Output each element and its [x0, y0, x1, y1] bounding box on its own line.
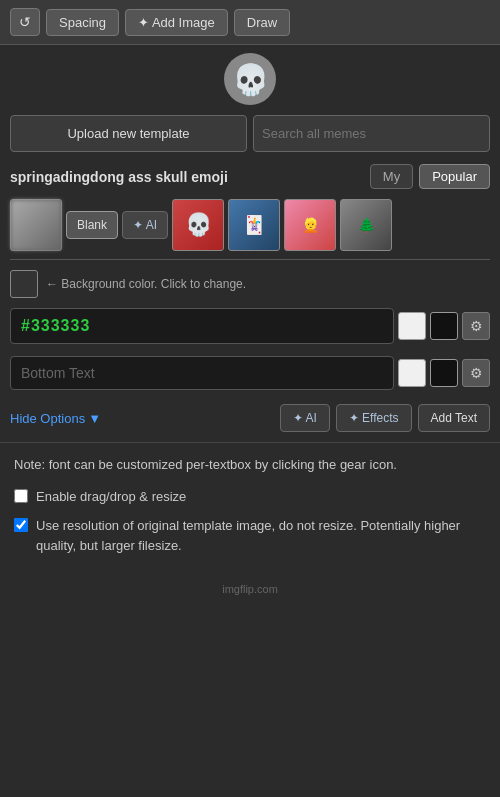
watermark: imgflip.com — [0, 577, 500, 601]
toolbar: ↺ Spacing ✦ Add Image Draw — [0, 0, 500, 45]
top-text-white-color[interactable] — [398, 312, 426, 340]
background-color-swatch[interactable] — [10, 270, 38, 298]
add-text-button[interactable]: Add Text — [418, 404, 490, 432]
top-text-gear-button[interactable]: ⚙ — [462, 312, 490, 340]
checkbox-row-1: Enable drag/drop & resize — [14, 487, 486, 507]
bottom-text-white-color[interactable] — [398, 359, 426, 387]
bottom-text-row: ⚙ — [0, 352, 500, 394]
action-buttons-row: Upload new template — [0, 109, 500, 158]
hide-options-label: Hide Options — [10, 411, 85, 426]
spacing-button[interactable]: Spacing — [46, 9, 119, 36]
rotate-button[interactable]: ↺ — [10, 8, 40, 36]
tab-popular[interactable]: Popular — [419, 164, 490, 189]
hide-options-arrow: ▼ — [88, 411, 101, 426]
ai-options-button[interactable]: ✦ AI — [280, 404, 330, 432]
drag-drop-checkbox[interactable] — [14, 489, 28, 503]
thumbnail-2[interactable]: 🃏 — [228, 199, 280, 251]
template-title: springadingdong ass skull emoji — [10, 169, 364, 185]
notes-text: Note: font can be customized per-textbox… — [14, 455, 486, 475]
top-text-black-color[interactable] — [430, 312, 458, 340]
thumbnails-row: Blank ✦ AI 💀 🃏 👱 🌲 — [0, 195, 500, 255]
checkbox-row-2: Use resolution of original template imag… — [14, 516, 486, 555]
blank-button[interactable]: Blank — [66, 211, 118, 239]
options-row: Hide Options ▼ ✦ AI ✦ Effects Add Text — [0, 398, 500, 438]
hide-options-button[interactable]: Hide Options ▼ — [10, 411, 274, 426]
upload-template-button[interactable]: Upload new template — [10, 115, 247, 152]
ai-thumbnail-button[interactable]: ✦ AI — [122, 211, 168, 239]
thumbnail-4[interactable]: 🌲 — [340, 199, 392, 251]
notes-section: Note: font can be customized per-textbox… — [0, 442, 500, 577]
divider-1 — [10, 259, 490, 260]
top-text-input[interactable] — [10, 308, 394, 344]
drag-drop-label: Enable drag/drop & resize — [36, 487, 186, 507]
bg-color-label: ← Background color. Click to change. — [46, 277, 490, 291]
add-image-button[interactable]: ✦ Add Image — [125, 9, 228, 36]
skull-avatar-area: 💀 — [0, 45, 500, 109]
bg-color-row: ← Background color. Click to change. — [0, 264, 500, 304]
skull-emoji: 💀 — [232, 62, 269, 97]
thumbnail-1[interactable]: 💀 — [172, 199, 224, 251]
bottom-text-black-color[interactable] — [430, 359, 458, 387]
top-text-row: ⚙ — [0, 304, 500, 348]
bottom-text-input[interactable] — [10, 356, 394, 390]
skull-avatar: 💀 — [224, 53, 276, 105]
watermark-text: imgflip.com — [222, 583, 278, 595]
thumbnail-3[interactable]: 👱 — [284, 199, 336, 251]
thumbnail-blurred[interactable] — [10, 199, 62, 251]
draw-button[interactable]: Draw — [234, 9, 290, 36]
tab-my[interactable]: My — [370, 164, 413, 189]
bottom-text-gear-button[interactable]: ⚙ — [462, 359, 490, 387]
resolution-label: Use resolution of original template imag… — [36, 516, 486, 555]
template-title-row: springadingdong ass skull emoji My Popul… — [0, 158, 500, 195]
resolution-checkbox[interactable] — [14, 518, 28, 532]
search-memes-input[interactable] — [253, 115, 490, 152]
effects-button[interactable]: ✦ Effects — [336, 404, 412, 432]
